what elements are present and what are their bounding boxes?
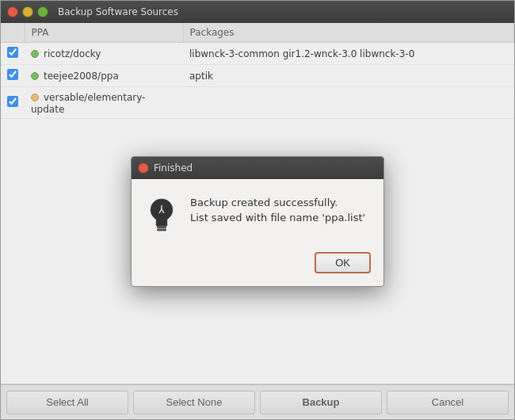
main-window: Backup Software Sources PPA Packages ric… — [0, 0, 515, 420]
dialog-footer: OK — [132, 249, 383, 286]
dialog-message-line1: Backup created successfully. — [190, 197, 338, 208]
title-buttons — [7, 6, 48, 17]
dialog-message-line2: List saved with file name 'ppa.list' — [190, 212, 365, 223]
dialog-body: Backup created successfully. List saved … — [132, 179, 383, 249]
dialog-title: Finished — [154, 162, 193, 174]
dialog-message: Backup created successfully. List saved … — [190, 195, 365, 226]
dialog-close-button[interactable] — [138, 162, 149, 174]
dialog-titlebar: Finished — [132, 157, 383, 179]
window-title: Backup Software Sources — [58, 6, 178, 17]
main-content: PPA Packages ricotz/dockylibwnck-3-commo… — [1, 23, 514, 419]
finished-dialog: Finished — [131, 156, 384, 287]
svg-rect-0 — [157, 226, 166, 228]
svg-rect-1 — [157, 228, 166, 231]
maximize-button[interactable] — [37, 6, 48, 17]
lightbulb-icon — [144, 195, 179, 236]
close-button[interactable] — [7, 6, 18, 17]
dialog-overlay: Finished — [1, 23, 514, 419]
titlebar: Backup Software Sources — [1, 1, 514, 23]
minimize-button[interactable] — [22, 6, 33, 17]
ok-button[interactable]: OK — [315, 252, 371, 273]
